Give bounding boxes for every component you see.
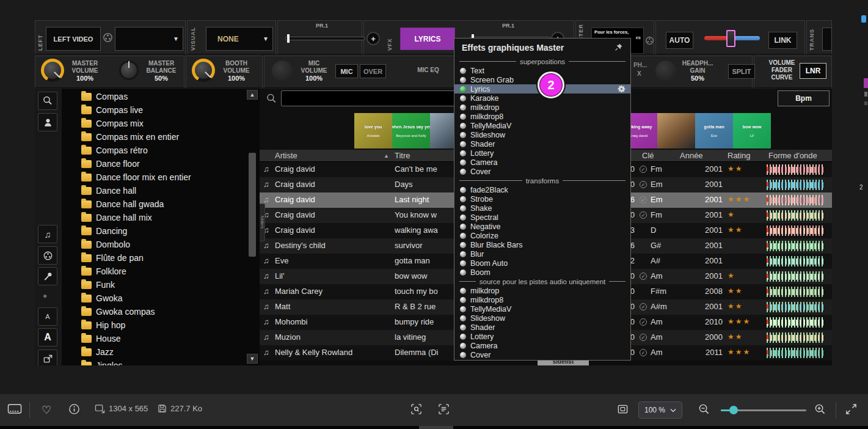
folder-item[interactable]: Hip hop <box>62 318 245 332</box>
effect-toggle-dot[interactable] <box>460 297 466 303</box>
zoom-in-button[interactable] <box>814 403 826 415</box>
visual-search-button[interactable] <box>410 403 422 415</box>
video-filter-button[interactable] <box>38 246 57 265</box>
effect-toggle-dot[interactable] <box>460 242 466 248</box>
effect-toggle-dot[interactable] <box>460 95 466 101</box>
effect-toggle-dot[interactable] <box>460 205 466 211</box>
crossfader-auto-button[interactable]: AUTO <box>666 32 693 49</box>
effect-menu-item[interactable]: Boom Auto <box>454 258 630 268</box>
effect-toggle-dot[interactable] <box>460 68 466 74</box>
effect-menu-item[interactable]: milkdrop <box>454 286 630 295</box>
effect-toggle-dot[interactable] <box>460 260 466 266</box>
effect-toggle-dot[interactable] <box>460 141 466 147</box>
effect-menu-item[interactable]: milkdrop8 <box>454 295 630 304</box>
folder-item[interactable]: Flûte de pan <box>62 251 245 265</box>
effect-menu-item[interactable]: Slideshow <box>454 130 630 139</box>
folder-scroll-up[interactable]: ▲ <box>247 90 258 100</box>
folder-item[interactable]: Compas <box>62 90 245 103</box>
folder-item[interactable]: Gwoka <box>62 292 245 305</box>
folder-item[interactable]: Jazz <box>62 345 245 359</box>
effect-toggle-dot[interactable] <box>460 215 466 221</box>
headphone-split-button[interactable]: SPLIT <box>728 64 755 79</box>
column-header-year[interactable]: Année <box>680 151 703 160</box>
zoom-out-button[interactable] <box>698 403 710 415</box>
left-video-source-dropdown[interactable]: ▼ <box>115 27 183 51</box>
effect-toggle-dot[interactable] <box>460 315 466 321</box>
crossfader-handle[interactable] <box>726 30 735 47</box>
effect-menu-item[interactable]: milkdrop8 <box>454 112 630 121</box>
effect-menu-item[interactable]: Colorize <box>454 231 630 240</box>
effect-menu-item[interactable]: Cover <box>454 167 630 176</box>
master-volume-knob[interactable] <box>41 59 64 82</box>
gear-icon[interactable] <box>618 85 630 93</box>
effect-menu-item[interactable]: Shader <box>454 323 630 332</box>
column-header-title[interactable]: Titre <box>395 151 410 160</box>
folder-item[interactable]: Jingles <box>62 359 245 365</box>
vfx-dropdown[interactable]: LYRICS <box>400 28 455 50</box>
effect-toggle-dot[interactable] <box>460 196 466 202</box>
album-cover-thumbnail[interactable]: gotta manEve <box>695 113 733 148</box>
effect-toggle-dot[interactable] <box>460 224 466 230</box>
pr1-left-slider-thumb[interactable] <box>287 34 290 43</box>
effect-menu-item[interactable]: Spectral <box>454 213 630 222</box>
effect-toggle-dot[interactable] <box>460 343 466 349</box>
zoom-slider-thumb[interactable] <box>729 406 738 414</box>
folder-item[interactable]: House <box>62 332 245 345</box>
effect-toggle-dot[interactable] <box>460 306 466 312</box>
effect-menu-item[interactable]: Lottery <box>454 148 630 158</box>
effect-menu-item[interactable]: Camera <box>454 158 630 167</box>
effect-toggle-dot[interactable] <box>460 334 466 340</box>
folder-item[interactable]: Compas mix en entier <box>62 130 245 144</box>
folder-item[interactable]: Compas mix <box>62 117 245 130</box>
effect-menu-item[interactable]: Negative <box>454 222 630 231</box>
effect-toggle-dot[interactable] <box>460 169 466 175</box>
fit-to-window-button[interactable] <box>617 403 629 415</box>
folder-scroll-down[interactable]: ▼ <box>247 354 258 364</box>
karaoke-filter-button[interactable] <box>38 267 57 285</box>
volume-fader-curve-button[interactable]: LNR <box>800 63 826 79</box>
folder-item[interactable]: Folklore <box>62 265 245 278</box>
folder-item[interactable]: Dance hall mix <box>62 211 245 224</box>
folder-scrollbar-thumb[interactable] <box>249 153 256 257</box>
effect-toggle-dot[interactable] <box>460 114 466 120</box>
effect-toggle-dot[interactable] <box>460 77 466 83</box>
effect-toggle-dot[interactable] <box>460 251 466 257</box>
text-actions-button[interactable] <box>438 403 450 415</box>
effect-menu-item[interactable]: milkdrop <box>454 103 630 112</box>
pr1-left-slider[interactable] <box>285 37 365 40</box>
folders-side-tab[interactable]: folders <box>260 204 265 241</box>
effect-toggle-dot[interactable] <box>460 105 466 111</box>
folder-item[interactable]: Dance hall <box>62 184 245 197</box>
effect-menu-item[interactable]: Lottery <box>454 332 630 341</box>
effect-menu-item[interactable]: TellyMediaV <box>454 304 630 314</box>
mic-button[interactable]: MIC <box>335 64 358 78</box>
effect-menu-item[interactable]: TellyMediaV <box>454 121 630 130</box>
zoom-level-dropdown[interactable]: 100 % <box>638 402 682 419</box>
left-video-button[interactable]: LEFT VIDEO <box>46 27 101 51</box>
album-cover-thumbnail[interactable]: bow wowLil' <box>733 113 771 148</box>
info-button[interactable] <box>68 403 80 415</box>
album-cover-thumbnail[interactable] <box>657 113 695 148</box>
album-cover-thumbnail[interactable]: when Jesus say yesBeyoncé and Kelly <box>392 113 430 148</box>
folder-item[interactable]: Compas rétro <box>62 144 245 157</box>
effect-menu-item[interactable]: Blur Black Bars <box>454 240 630 249</box>
effect-toggle-dot[interactable] <box>460 270 466 276</box>
headphone-gain-knob[interactable] <box>655 61 676 81</box>
bpm-column-button[interactable]: Bpm <box>778 90 830 106</box>
folder-item[interactable]: Dance floor mix en entier <box>62 170 245 184</box>
folder-item[interactable]: Gwoka compas <box>62 305 245 318</box>
column-header-waveform[interactable]: Forme d'onde <box>768 151 817 160</box>
booth-volume-knob[interactable] <box>192 59 215 82</box>
album-cover-thumbnail[interactable]: love youAnielals <box>354 113 392 148</box>
partial-edge-button[interactable] <box>822 28 832 51</box>
effect-menu-item[interactable]: Blur <box>454 249 630 258</box>
fullscreen-button[interactable] <box>845 403 857 415</box>
music-filter-button[interactable]: ♫ <box>38 225 57 243</box>
column-header-key[interactable]: Clé <box>642 151 654 160</box>
effect-toggle-dot[interactable] <box>460 86 466 92</box>
column-header-artist[interactable]: Artiste <box>275 151 297 160</box>
folder-item[interactable]: Dance floor <box>62 157 245 170</box>
mic-over-button[interactable]: OVER <box>360 64 386 78</box>
record-dot-icon[interactable]: ● <box>43 292 47 300</box>
search-tool-button[interactable] <box>38 92 57 110</box>
